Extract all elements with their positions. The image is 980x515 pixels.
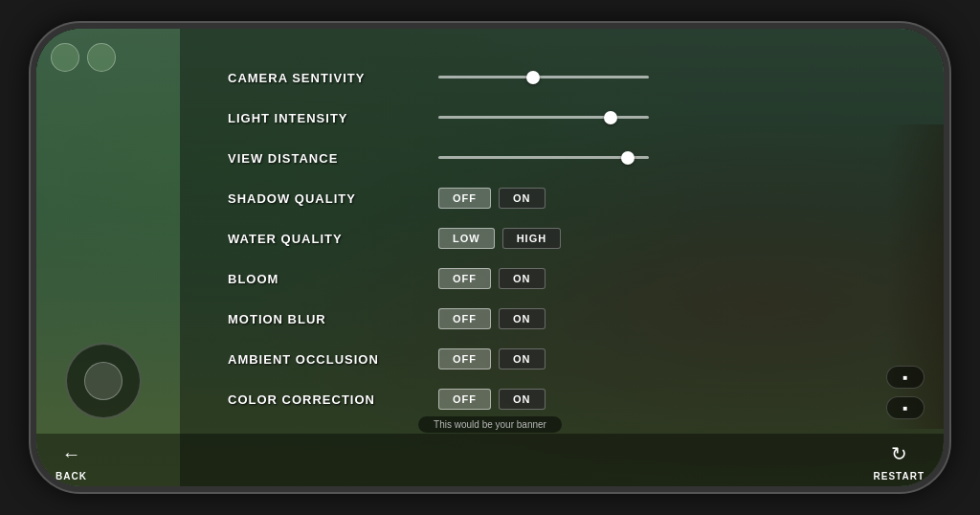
setting-label-camera_sensitivity: CAMERA SENTIVITY xyxy=(228,71,438,85)
setting-row-bloom: BLOOMOFFON xyxy=(228,261,905,296)
toggle-color_correction-off[interactable]: OFF xyxy=(438,389,491,410)
setting-control-camera_sensitivity xyxy=(438,76,905,79)
back-icon: ← xyxy=(56,438,86,469)
phone-frame: ■ ■ CAMERA SENTIVITYLIGHT INTENSITYVIEW … xyxy=(31,23,949,492)
phone-screen: ■ ■ CAMERA SENTIVITYLIGHT INTENSITYVIEW … xyxy=(36,29,944,486)
toggle-water_quality-low[interactable]: LOW xyxy=(438,228,495,249)
top-left-ui xyxy=(51,43,116,72)
setting-row-ambient_occlusion: AMBIENT OCCLUSIONOFFON xyxy=(228,342,905,376)
back-label: BACK xyxy=(56,471,87,481)
setting-row-camera_sensitivity: CAMERA SENTIVITY xyxy=(228,60,905,95)
slider-track-camera_sensitivity xyxy=(438,76,649,78)
setting-row-shadow_quality: SHADOW QUALITYOFFON xyxy=(228,181,905,215)
setting-label-color_correction: COLOR CORRECTION xyxy=(228,392,438,407)
restart-button[interactable]: ↻ RESTART xyxy=(874,438,924,481)
side-button xyxy=(31,238,34,277)
setting-control-shadow_quality: OFFON xyxy=(438,188,905,209)
back-button[interactable]: ← BACK xyxy=(56,438,87,481)
ui-circle-1 xyxy=(51,43,79,72)
slider-track-light_intensity xyxy=(438,116,649,119)
slider-thumb-camera_sensitivity[interactable] xyxy=(526,71,540,84)
setting-label-ambient_occlusion: AMBIENT OCCLUSION xyxy=(228,352,438,367)
slider-view_distance[interactable] xyxy=(438,156,649,160)
setting-row-view_distance: VIEW DISTANCE xyxy=(228,141,905,175)
setting-control-color_correction: OFFON xyxy=(438,389,905,410)
joystick-area xyxy=(65,343,142,419)
toggle-motion_blur-off[interactable]: OFF xyxy=(438,308,491,329)
toggle-bloom-on[interactable]: ON xyxy=(499,268,546,289)
setting-control-ambient_occlusion: OFFON xyxy=(438,348,905,369)
toggle-bloom-off[interactable]: OFF xyxy=(438,268,491,289)
bottom-bar: ← BACK ↻ RESTART xyxy=(36,434,944,486)
setting-label-light_intensity: LIGHT INTENSITY xyxy=(228,111,438,125)
toggle-color_correction-on[interactable]: ON xyxy=(499,389,546,410)
slider-light_intensity[interactable] xyxy=(438,116,649,120)
toggle-water_quality-high[interactable]: HIGH xyxy=(502,228,562,249)
settings-panel: CAMERA SENTIVITYLIGHT INTENSITYVIEW DIST… xyxy=(228,48,905,429)
setting-label-water_quality: WATER QUALITY xyxy=(228,232,438,246)
slider-track-view_distance xyxy=(438,156,649,159)
banner: This would be your banner xyxy=(418,416,562,433)
setting-control-water_quality: LOWHIGH xyxy=(438,228,905,249)
toggle-shadow_quality-off[interactable]: OFF xyxy=(438,188,491,209)
joystick xyxy=(65,343,142,419)
setting-label-shadow_quality: SHADOW QUALITY xyxy=(228,191,438,206)
setting-control-motion_blur: OFFON xyxy=(438,308,905,329)
setting-row-motion_blur: MOTION BLUROFFON xyxy=(228,302,905,336)
setting-control-light_intensity xyxy=(438,116,905,120)
setting-row-color_correction: COLOR CORRECTIONOFFON xyxy=(228,382,905,416)
setting-control-bloom: OFFON xyxy=(438,268,905,289)
setting-row-water_quality: WATER QUALITYLOWHIGH xyxy=(228,221,905,256)
slider-thumb-view_distance[interactable] xyxy=(621,151,635,165)
joystick-inner xyxy=(84,362,122,400)
slider-thumb-light_intensity[interactable] xyxy=(604,111,617,124)
setting-row-light_intensity: LIGHT INTENSITY xyxy=(228,101,905,135)
toggle-shadow_quality-on[interactable]: ON xyxy=(499,188,546,209)
setting-label-view_distance: VIEW DISTANCE xyxy=(228,151,438,166)
toggle-ambient_occlusion-off[interactable]: OFF xyxy=(438,348,491,369)
setting-label-motion_blur: MOTION BLUR xyxy=(228,312,438,326)
ui-circle-2 xyxy=(87,43,116,72)
setting-label-bloom: BLOOM xyxy=(228,272,438,286)
setting-control-view_distance xyxy=(438,156,905,160)
restart-label: RESTART xyxy=(874,471,924,481)
slider-camera_sensitivity[interactable] xyxy=(438,76,649,79)
restart-icon: ↻ xyxy=(883,438,914,469)
toggle-ambient_occlusion-on[interactable]: ON xyxy=(499,348,546,369)
toggle-motion_blur-on[interactable]: ON xyxy=(499,308,546,329)
